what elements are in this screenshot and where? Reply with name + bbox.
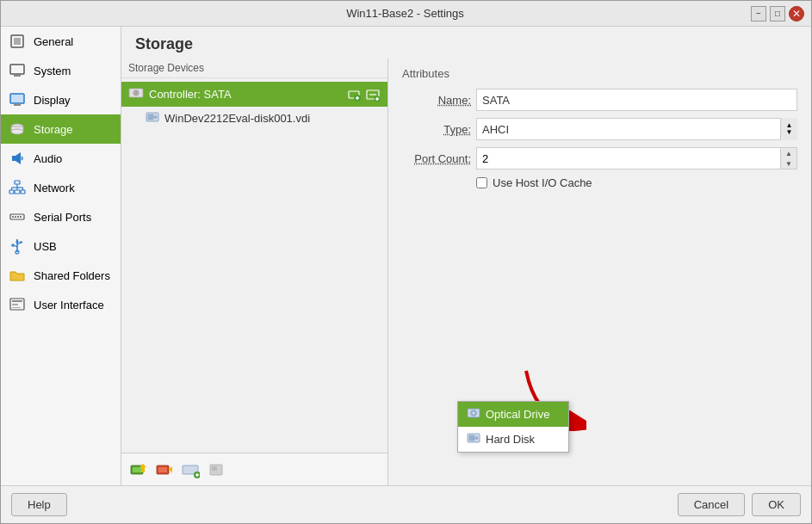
- name-label: Name:: [402, 94, 471, 107]
- svg-point-30: [12, 244, 14, 246]
- sidebar-item-audio[interactable]: Audio: [1, 144, 121, 173]
- display-icon: [8, 90, 27, 109]
- svg-rect-13: [15, 190, 20, 194]
- svg-rect-12: [9, 190, 14, 194]
- use-host-io-cache-row: Use Host I/O Cache: [476, 176, 797, 189]
- page-title: Storage: [121, 27, 811, 59]
- help-button[interactable]: Help: [11, 493, 67, 516]
- svg-point-22: [15, 216, 16, 218]
- use-host-io-cache-checkbox[interactable]: [476, 177, 487, 188]
- sidebar-item-storage[interactable]: Storage: [1, 114, 121, 144]
- svg-rect-11: [15, 181, 20, 184]
- dropdown-item-optical-drive[interactable]: Optical Drive: [458, 402, 568, 427]
- svg-rect-14: [21, 190, 25, 194]
- sidebar-label-network: Network: [34, 182, 75, 194]
- sidebar-label-display: Display: [34, 94, 71, 107]
- svg-point-9: [11, 129, 23, 134]
- optical-drive-icon: [467, 406, 480, 422]
- serial-icon: [8, 207, 27, 226]
- add-controller-toolbar-button[interactable]: [128, 459, 149, 480]
- sidebar-label-general: General: [34, 35, 73, 48]
- sidebar: General System: [1, 27, 121, 485]
- folder-icon: [8, 266, 27, 285]
- dropdown-menu: Optical Drive Hard Disk: [457, 401, 569, 453]
- sidebar-item-general[interactable]: General: [1, 27, 121, 56]
- attributes-panel: Attributes Name: SATA Type: AHCI IDE: [388, 59, 811, 485]
- maximize-button[interactable]: □: [770, 6, 785, 22]
- port-count-up[interactable]: ▲: [781, 148, 797, 158]
- svg-rect-55: [158, 467, 167, 472]
- port-count-spinner: ▲ ▼: [476, 147, 797, 170]
- storage-devices-panel: Storage Devices: [121, 59, 388, 485]
- svg-rect-10: [12, 156, 15, 161]
- disk-icon: [146, 110, 159, 126]
- extra-toolbar-button[interactable]: [206, 459, 226, 480]
- controller-label: Controller: SATA: [149, 88, 341, 101]
- disk-row[interactable]: WinDev2212Eval-disk001.vdi: [121, 107, 387, 130]
- cancel-button[interactable]: Cancel: [678, 493, 745, 516]
- window-title: Win11-Base2 - Settings: [59, 7, 751, 20]
- add-controller-button[interactable]: [346, 87, 362, 102]
- sidebar-label-storage: Storage: [34, 123, 73, 136]
- storage-devices-label: Storage Devices: [121, 59, 387, 78]
- sidebar-label-audio: Audio: [34, 152, 62, 165]
- svg-rect-28: [20, 242, 22, 244]
- sidebar-item-system[interactable]: System: [1, 56, 121, 85]
- audio-icon: [8, 149, 27, 168]
- use-host-io-cache-label[interactable]: Use Host I/O Cache: [493, 176, 592, 189]
- close-button[interactable]: ✕: [789, 6, 804, 22]
- svg-rect-33: [12, 300, 22, 302]
- main-panel: Storage Storage Devices: [121, 27, 811, 485]
- controller-row[interactable]: Controller: SATA: [121, 82, 387, 107]
- svg-point-23: [17, 216, 19, 218]
- type-label: Type:: [402, 123, 471, 136]
- sidebar-label-system: System: [34, 65, 71, 77]
- title-bar: Win11-Base2 - Settings − □ ✕: [1, 1, 811, 27]
- sidebar-item-shared-folders[interactable]: Shared Folders: [1, 261, 121, 290]
- network-icon: [8, 178, 27, 197]
- sidebar-item-display[interactable]: Display: [1, 85, 121, 114]
- svg-rect-6: [14, 104, 21, 106]
- sidebar-label-shared-folders: Shared Folders: [34, 269, 110, 282]
- svg-rect-2: [10, 65, 24, 74]
- settings-window: Win11-Base2 - Settings − □ ✕ General: [0, 0, 812, 524]
- svg-rect-52: [133, 467, 141, 472]
- optical-drive-label: Optical Drive: [486, 408, 549, 421]
- sidebar-item-serial-ports[interactable]: Serial Ports: [1, 202, 121, 231]
- sidebar-item-user-interface[interactable]: User Interface: [1, 290, 121, 319]
- hard-disk-icon: [467, 431, 480, 447]
- disk-label: WinDev2212Eval-disk001.vdi: [164, 112, 310, 125]
- controller-icon: [128, 85, 144, 103]
- svg-rect-34: [12, 304, 18, 305]
- remove-toolbar-button[interactable]: [154, 459, 175, 480]
- port-count-row: Port Count: ▲ ▼: [402, 147, 797, 170]
- add-attachment-button[interactable]: [365, 87, 381, 102]
- storage-icon: [8, 120, 27, 139]
- port-count-down[interactable]: ▼: [781, 158, 797, 169]
- svg-rect-1: [14, 38, 21, 45]
- window-controls: − □ ✕: [751, 6, 804, 22]
- minimize-button[interactable]: −: [751, 6, 766, 22]
- port-count-label: Port Count:: [402, 152, 471, 165]
- svg-rect-3: [14, 75, 21, 77]
- svg-point-38: [135, 92, 137, 94]
- sidebar-item-network[interactable]: Network: [1, 173, 121, 202]
- ui-icon: [8, 295, 27, 314]
- type-select-wrapper: AHCI IDE LsiLogic ▲ ▼: [476, 118, 797, 140]
- dropdown-item-hard-disk[interactable]: Hard Disk: [458, 427, 568, 452]
- add-disk-toolbar-button[interactable]: [180, 459, 201, 480]
- name-value[interactable]: SATA: [476, 89, 797, 111]
- gear-icon: [8, 32, 27, 51]
- ok-button[interactable]: OK: [752, 493, 801, 516]
- spinner-buttons: ▲ ▼: [780, 148, 797, 169]
- svg-point-24: [20, 216, 22, 218]
- sidebar-item-usb[interactable]: USB: [1, 231, 121, 261]
- svg-rect-62: [212, 466, 217, 471]
- svg-point-68: [475, 437, 478, 440]
- port-count-input[interactable]: [477, 148, 780, 169]
- svg-rect-35: [12, 307, 21, 308]
- type-select[interactable]: AHCI IDE LsiLogic: [476, 118, 797, 140]
- svg-marker-26: [15, 239, 19, 243]
- storage-tree: Controller: SATA: [121, 78, 387, 453]
- svg-rect-49: [148, 114, 153, 120]
